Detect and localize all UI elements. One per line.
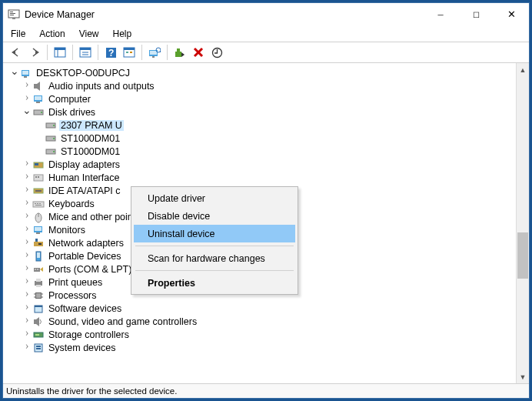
menu-action[interactable]: Action (38, 27, 66, 41)
svg-line-22 (160, 52, 161, 52)
svg-rect-61 (35, 239, 38, 242)
menu-file[interactable]: File (9, 27, 27, 41)
tree-node[interactable]: Computer (9, 92, 516, 105)
expand-icon[interactable] (22, 250, 32, 262)
close-button[interactable]: ✕ (494, 3, 529, 26)
expand-icon[interactable] (22, 198, 32, 210)
svg-rect-52 (37, 203, 38, 204)
tree-node-label: IDE ATA/ATAPI c (47, 185, 122, 196)
tree-node[interactable]: 2307 PRAM U (9, 119, 516, 132)
expand-icon[interactable] (22, 159, 32, 171)
uninstall-device-button[interactable] (190, 44, 207, 61)
update-driver-button[interactable] (208, 44, 225, 61)
storage-icon (32, 329, 45, 341)
tree-node-label: Monitors (47, 225, 87, 236)
context-menu-item[interactable]: Disable device (134, 207, 295, 225)
expand-icon[interactable] (22, 237, 32, 249)
help-button[interactable]: ? (102, 44, 119, 61)
expand-icon[interactable] (22, 316, 32, 328)
disk-icon (45, 119, 57, 132)
svg-rect-49 (35, 190, 42, 192)
expand-icon[interactable] (22, 276, 32, 289)
window-buttons: ─ ☐ ✕ (423, 3, 529, 26)
context-menu-item[interactable]: Properties (134, 274, 295, 292)
tree-node[interactable]: Disk drives (9, 105, 516, 119)
svg-rect-79 (34, 319, 36, 324)
svg-rect-51 (35, 203, 36, 204)
action-button[interactable] (121, 44, 138, 61)
tree-root[interactable]: DESKTOP-O0DUPCJ (9, 66, 516, 79)
expand-icon[interactable] (22, 224, 32, 236)
expand-icon[interactable] (22, 211, 32, 223)
toolbar-separator (72, 45, 73, 60)
expand-icon[interactable] (22, 172, 32, 184)
menu-view[interactable]: View (78, 27, 101, 41)
tree-node[interactable]: ST1000DM01 (9, 145, 516, 158)
scan-hardware-button[interactable] (146, 44, 163, 61)
tree-node[interactable]: Display adapters (9, 158, 516, 171)
minimize-button[interactable]: ─ (423, 3, 458, 26)
toolbar-separator (141, 45, 142, 60)
expand-icon[interactable] (22, 342, 32, 354)
enable-device-button[interactable] (171, 44, 188, 61)
back-button[interactable] (8, 44, 25, 61)
expand-icon[interactable] (22, 185, 32, 197)
forward-button[interactable] (26, 44, 43, 61)
maximize-button[interactable]: ☐ (458, 3, 494, 26)
expand-icon[interactable] (9, 66, 20, 79)
scroll-thumb[interactable] (517, 232, 528, 279)
svg-rect-69 (36, 279, 41, 282)
tree-node[interactable]: Sound, video and game controllers (9, 315, 516, 328)
scroll-down-button[interactable]: ▼ (517, 370, 529, 383)
computer-icon (20, 67, 32, 79)
show-hide-tree-button[interactable] (52, 44, 68, 61)
tree-node[interactable]: Audio inputs and outputs (9, 79, 516, 92)
context-menu-item[interactable]: Scan for hardware changes (134, 249, 295, 267)
disk-icon (32, 106, 45, 119)
expand-icon[interactable] (22, 263, 32, 276)
tree-node-label: Disk drives (47, 107, 97, 118)
tree-node[interactable]: Human Interface (9, 171, 516, 184)
tree-node-label: System devices (47, 343, 118, 353)
tree-node[interactable]: ST1000DM01 (9, 132, 516, 145)
context-menu: Update driverDisable deviceUninstall dev… (131, 186, 298, 295)
svg-rect-50 (33, 202, 44, 207)
svg-rect-34 (36, 102, 40, 103)
mouse-icon (32, 211, 45, 223)
tree-node[interactable]: System devices (9, 341, 516, 354)
toolbar-separator (167, 45, 168, 60)
svg-rect-70 (36, 285, 41, 287)
expand-icon[interactable] (22, 302, 32, 315)
tree-node-label: Storage controllers (47, 329, 131, 340)
properties-button[interactable] (77, 44, 94, 61)
expand-icon[interactable] (22, 329, 32, 341)
svg-rect-1 (10, 12, 13, 12)
vertical-scrollbar[interactable]: ▲ ▼ (516, 63, 529, 383)
svg-rect-15 (124, 48, 135, 50)
context-menu-item[interactable]: Update driver (134, 189, 295, 207)
context-menu-item[interactable]: Uninstall device (134, 225, 295, 242)
svg-rect-78 (35, 306, 42, 307)
svg-point-42 (53, 151, 55, 152)
ide-icon (32, 185, 45, 197)
scroll-up-button[interactable]: ▲ (517, 63, 529, 76)
expand-icon[interactable] (22, 80, 32, 92)
keyboard-icon (32, 198, 45, 210)
toolbar-separator (47, 45, 48, 60)
display-icon (32, 159, 45, 171)
tree-node-label: Human Interface (47, 172, 121, 183)
svg-rect-2 (10, 13, 15, 14)
expand-icon[interactable] (22, 105, 32, 119)
device-manager-window: Device Manager ─ ☐ ✕ File Action View He… (2, 2, 530, 399)
tree-node[interactable]: Software devices (9, 302, 516, 315)
tree-node[interactable]: Storage controllers (9, 328, 516, 341)
svg-rect-47 (38, 176, 39, 178)
svg-point-36 (41, 112, 42, 113)
svg-rect-72 (36, 293, 41, 298)
print-icon (32, 276, 45, 289)
menu-help[interactable]: Help (111, 27, 134, 41)
expand-icon[interactable] (22, 289, 32, 302)
tree-node-label: Processors (47, 290, 98, 301)
app-icon (8, 8, 20, 21)
menu-separator (135, 270, 294, 271)
